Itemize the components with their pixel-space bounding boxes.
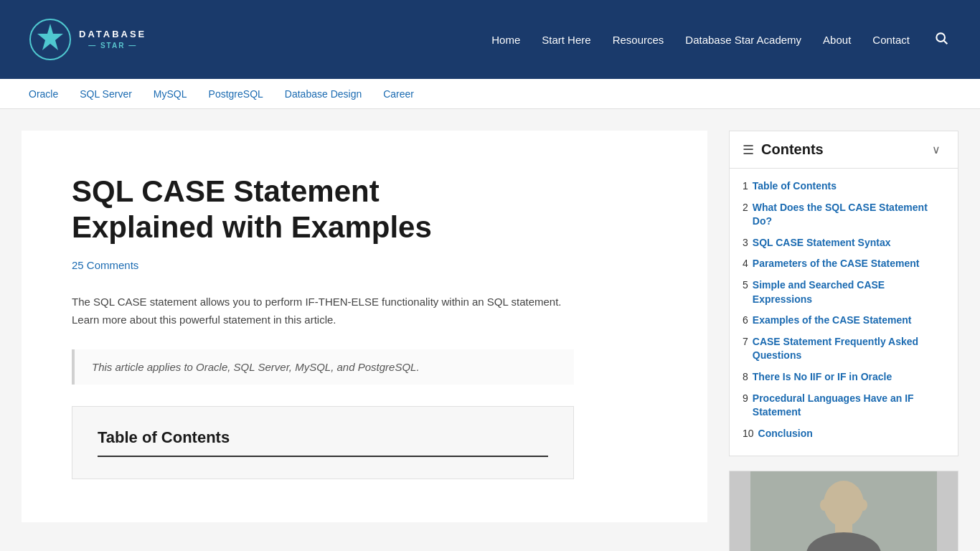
contents-item-text: Table of Contents <box>753 179 837 194</box>
about-widget <box>729 471 958 551</box>
contents-item-number: 1 <box>743 179 748 194</box>
contents-list-item: 7CASE Statement Frequently Asked Questio… <box>743 331 945 367</box>
contents-item-number: 4 <box>743 257 748 271</box>
contents-list: 1Table of Contents2What Does the SQL CAS… <box>730 169 958 456</box>
toc-section: Table of Contents <box>72 406 574 479</box>
contents-header-left: ☰ Contents <box>743 141 824 158</box>
sidebar: ☰ Contents ∨ 1Table of Contents2What Doe… <box>729 131 958 551</box>
contents-item-number: 3 <box>743 236 748 250</box>
article-intro: The SQL CASE statement allows you to per… <box>72 293 574 329</box>
secondary-nav: Oracle SQL Server MySQL PostgreSQL Datab… <box>0 79 980 109</box>
contents-item-text: What Does the SQL CASE Statement Do? <box>753 201 945 229</box>
nav-sql-server[interactable]: SQL Server <box>80 79 132 109</box>
contents-list-link[interactable]: 9Procedural Languages Have an IF Stateme… <box>743 392 945 420</box>
nav-home[interactable]: Home <box>491 34 520 46</box>
contents-list-item: 6Examples of the CASE Statement <box>743 310 945 331</box>
nav-mysql[interactable]: MySQL <box>154 79 187 109</box>
applies-to-box: This article applies to Oracle, SQL Serv… <box>72 349 574 385</box>
contents-header: ☰ Contents ∨ <box>730 131 958 169</box>
contents-item-text: Conclusion <box>758 427 813 441</box>
nav-oracle[interactable]: Oracle <box>29 79 58 109</box>
contents-list-item: 3SQL CASE Statement Syntax <box>743 232 945 254</box>
site-header: DATABASE — STAR — Home Start Here Resour… <box>0 0 980 79</box>
contents-list-link[interactable]: 1Table of Contents <box>743 179 945 194</box>
contents-title: Contents <box>761 141 824 158</box>
svg-point-5 <box>824 481 864 527</box>
contents-list-item: 9Procedural Languages Have an IF Stateme… <box>743 388 945 423</box>
contents-list-item: 8There Is No IIF or IF in Oracle <box>743 367 945 388</box>
applies-to-text: This article applies to Oracle, SQL Serv… <box>92 361 557 373</box>
svg-line-3 <box>944 40 948 44</box>
nav-about[interactable]: About <box>823 34 851 46</box>
contents-item-text: Parameters of the CASE Statement <box>753 257 920 271</box>
nav-start-here[interactable]: Start Here <box>542 34 590 46</box>
article-title: SQL CASE Statement Explained with Exampl… <box>72 174 502 246</box>
main-nav: Home Start Here Resources Database Star … <box>491 28 951 52</box>
nav-career[interactable]: Career <box>383 79 414 109</box>
contents-list-link[interactable]: 7CASE Statement Frequently Asked Questio… <box>743 335 945 363</box>
contents-list-item: 2What Does the SQL CASE Statement Do? <box>743 197 945 232</box>
nav-database-design[interactable]: Database Design <box>285 79 362 109</box>
comments-link[interactable]: 25 Comments <box>72 259 657 271</box>
search-icon <box>934 31 948 45</box>
nav-resources[interactable]: Resources <box>613 34 664 46</box>
chevron-down-icon: ∨ <box>932 143 941 156</box>
list-icon: ☰ <box>743 142 754 158</box>
author-avatar <box>750 471 937 551</box>
svg-point-2 <box>936 33 945 42</box>
toc-heading: Table of Contents <box>98 428 548 457</box>
contents-list-item: 1Table of Contents <box>743 176 945 197</box>
contents-list-link[interactable]: 3SQL CASE Statement Syntax <box>743 236 945 250</box>
contents-item-number: 9 <box>743 392 748 420</box>
contents-item-text: There Is No IIF or IF in Oracle <box>753 370 892 385</box>
contents-item-number: 10 <box>743 427 754 441</box>
contents-item-text: Examples of the CASE Statement <box>753 314 912 328</box>
logo-area: DATABASE — STAR — <box>29 18 146 61</box>
contents-item-number: 7 <box>743 335 748 363</box>
svg-point-8 <box>820 499 829 511</box>
contents-list-item: 4Parameters of the CASE Statement <box>743 253 945 275</box>
contents-list-link[interactable]: 6Examples of the CASE Statement <box>743 314 945 328</box>
main-content: SQL CASE Statement Explained with Exampl… <box>22 131 707 522</box>
about-avatar <box>730 471 958 551</box>
contents-item-number: 6 <box>743 314 748 328</box>
contents-item-text: Procedural Languages Have an IF Statemen… <box>753 392 945 420</box>
contents-list-link[interactable]: 8There Is No IIF or IF in Oracle <box>743 370 945 385</box>
contents-list-item: 10Conclusion <box>743 423 945 445</box>
svg-point-9 <box>859 499 867 511</box>
contents-item-text: Simple and Searched CASE Expressions <box>753 278 945 306</box>
search-button[interactable] <box>931 28 951 52</box>
contents-item-text: SQL CASE Statement Syntax <box>753 236 891 250</box>
contents-list-link[interactable]: 5Simple and Searched CASE Expressions <box>743 278 945 306</box>
contents-list-link[interactable]: 4Parameters of the CASE Statement <box>743 257 945 271</box>
contents-list-link[interactable]: 10Conclusion <box>743 427 945 441</box>
contents-item-number: 8 <box>743 370 748 385</box>
contents-list-item: 5Simple and Searched CASE Expressions <box>743 275 945 310</box>
logo-icon <box>29 18 72 61</box>
contents-item-number: 2 <box>743 201 748 229</box>
contents-toggle-button[interactable]: ∨ <box>928 141 945 158</box>
contents-item-text: CASE Statement Frequently Asked Question… <box>753 335 945 363</box>
contents-widget: ☰ Contents ∨ 1Table of Contents2What Doe… <box>729 131 958 456</box>
nav-postgresql[interactable]: PostgreSQL <box>209 79 263 109</box>
page-wrapper: SQL CASE Statement Explained with Exampl… <box>0 109 980 551</box>
contents-item-number: 5 <box>743 278 748 306</box>
nav-contact[interactable]: Contact <box>872 34 910 46</box>
nav-academy[interactable]: Database Star Academy <box>685 34 801 46</box>
logo-text: DATABASE — STAR — <box>79 28 146 51</box>
contents-list-link[interactable]: 2What Does the SQL CASE Statement Do? <box>743 201 945 229</box>
